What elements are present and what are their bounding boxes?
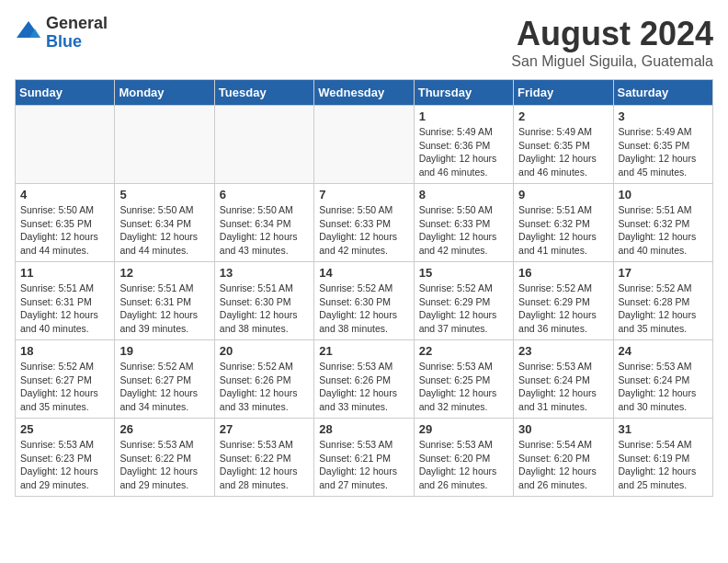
calendar-cell: 31Sunrise: 5:54 AMSunset: 6:19 PMDayligh… — [613, 419, 712, 497]
day-number: 9 — [518, 188, 608, 201]
day-info: Sunrise: 5:51 AMSunset: 6:31 PMDaylight:… — [20, 282, 109, 336]
weekday-header-saturday: Saturday — [613, 80, 712, 106]
day-number: 8 — [419, 188, 508, 201]
day-info: Sunrise: 5:53 AMSunset: 6:20 PMDaylight:… — [419, 438, 508, 492]
day-number: 22 — [419, 344, 508, 358]
calendar-cell: 30Sunrise: 5:54 AMSunset: 6:20 PMDayligh… — [514, 419, 613, 497]
day-number: 19 — [119, 344, 209, 358]
week-row-5: 25Sunrise: 5:53 AMSunset: 6:23 PMDayligh… — [16, 419, 713, 497]
day-number: 31 — [619, 422, 708, 436]
weekday-header-thursday: Thursday — [414, 80, 513, 106]
calendar-cell: 4Sunrise: 5:50 AMSunset: 6:35 PMDaylight… — [16, 184, 115, 262]
day-info: Sunrise: 5:53 AMSunset: 6:24 PMDaylight:… — [518, 360, 608, 414]
location-title: San Miguel Siguila, Guatemala — [511, 53, 713, 70]
day-info: Sunrise: 5:53 AMSunset: 6:22 PMDaylight:… — [119, 438, 209, 492]
day-number: 25 — [20, 422, 109, 436]
calendar-cell: 22Sunrise: 5:53 AMSunset: 6:25 PMDayligh… — [414, 340, 513, 419]
calendar-cell: 25Sunrise: 5:53 AMSunset: 6:23 PMDayligh… — [16, 419, 115, 497]
day-info: Sunrise: 5:53 AMSunset: 6:25 PMDaylight:… — [419, 360, 508, 414]
calendar-cell: 3Sunrise: 5:49 AMSunset: 6:35 PMDaylight… — [613, 106, 712, 184]
day-number: 4 — [20, 188, 109, 201]
calendar-cell: 21Sunrise: 5:53 AMSunset: 6:26 PMDayligh… — [314, 340, 414, 419]
calendar-cell — [214, 106, 313, 184]
day-info: Sunrise: 5:50 AMSunset: 6:35 PMDaylight:… — [20, 203, 109, 258]
day-info: Sunrise: 5:50 AMSunset: 6:34 PMDaylight:… — [220, 203, 309, 258]
calendar-cell: 24Sunrise: 5:53 AMSunset: 6:24 PMDayligh… — [613, 340, 712, 419]
day-info: Sunrise: 5:52 AMSunset: 6:30 PMDaylight:… — [319, 282, 408, 336]
calendar-cell: 14Sunrise: 5:52 AMSunset: 6:30 PMDayligh… — [314, 262, 414, 340]
calendar-cell: 5Sunrise: 5:50 AMSunset: 6:34 PMDaylight… — [115, 184, 214, 262]
calendar-cell: 23Sunrise: 5:53 AMSunset: 6:24 PMDayligh… — [514, 340, 613, 419]
weekday-header-tuesday: Tuesday — [214, 80, 313, 106]
day-info: Sunrise: 5:52 AMSunset: 6:27 PMDaylight:… — [20, 360, 109, 414]
calendar-table: SundayMondayTuesdayWednesdayThursdayFrid… — [15, 79, 713, 497]
day-info: Sunrise: 5:50 AMSunset: 6:33 PMDaylight:… — [319, 203, 408, 258]
calendar-cell: 1Sunrise: 5:49 AMSunset: 6:36 PMDaylight… — [414, 106, 513, 184]
day-info: Sunrise: 5:53 AMSunset: 6:21 PMDaylight:… — [319, 438, 408, 492]
day-info: Sunrise: 5:54 AMSunset: 6:20 PMDaylight:… — [518, 438, 608, 492]
calendar-cell: 17Sunrise: 5:52 AMSunset: 6:28 PMDayligh… — [613, 262, 712, 340]
day-number: 17 — [619, 266, 708, 280]
day-number: 16 — [518, 266, 608, 280]
week-row-1: 1Sunrise: 5:49 AMSunset: 6:36 PMDaylight… — [16, 106, 713, 184]
day-number: 26 — [119, 422, 209, 436]
title-area: August 2024 San Miguel Siguila, Guatemal… — [511, 15, 713, 70]
calendar-cell: 12Sunrise: 5:51 AMSunset: 6:31 PMDayligh… — [115, 262, 214, 340]
day-info: Sunrise: 5:54 AMSunset: 6:19 PMDaylight:… — [619, 438, 708, 492]
day-info: Sunrise: 5:50 AMSunset: 6:34 PMDaylight:… — [119, 203, 209, 258]
calendar-cell: 28Sunrise: 5:53 AMSunset: 6:21 PMDayligh… — [314, 419, 414, 497]
day-info: Sunrise: 5:49 AMSunset: 6:35 PMDaylight:… — [518, 125, 608, 179]
day-info: Sunrise: 5:51 AMSunset: 6:30 PMDaylight:… — [220, 282, 309, 336]
calendar-cell: 18Sunrise: 5:52 AMSunset: 6:27 PMDayligh… — [16, 340, 115, 419]
day-number: 28 — [319, 422, 408, 436]
day-number: 6 — [220, 188, 309, 201]
day-number: 7 — [319, 188, 408, 201]
day-info: Sunrise: 5:49 AMSunset: 6:36 PMDaylight:… — [419, 125, 508, 179]
day-number: 18 — [20, 344, 109, 358]
calendar-cell: 19Sunrise: 5:52 AMSunset: 6:27 PMDayligh… — [115, 340, 214, 419]
day-number: 11 — [20, 266, 109, 280]
day-info: Sunrise: 5:52 AMSunset: 6:29 PMDaylight:… — [518, 282, 608, 336]
day-info: Sunrise: 5:52 AMSunset: 6:29 PMDaylight:… — [419, 282, 508, 336]
weekday-header-monday: Monday — [115, 80, 214, 106]
day-info: Sunrise: 5:53 AMSunset: 6:23 PMDaylight:… — [20, 438, 109, 492]
logo-blue-text: Blue — [46, 33, 108, 52]
calendar-cell: 2Sunrise: 5:49 AMSunset: 6:35 PMDaylight… — [514, 106, 613, 184]
calendar-cell: 13Sunrise: 5:51 AMSunset: 6:30 PMDayligh… — [214, 262, 313, 340]
calendar-cell: 10Sunrise: 5:51 AMSunset: 6:32 PMDayligh… — [613, 184, 712, 262]
calendar-cell: 16Sunrise: 5:52 AMSunset: 6:29 PMDayligh… — [514, 262, 613, 340]
day-number: 13 — [220, 266, 309, 280]
calendar-cell: 7Sunrise: 5:50 AMSunset: 6:33 PMDaylight… — [314, 184, 414, 262]
calendar-cell: 15Sunrise: 5:52 AMSunset: 6:29 PMDayligh… — [414, 262, 513, 340]
weekday-header-wednesday: Wednesday — [314, 80, 414, 106]
weekday-header-sunday: Sunday — [16, 80, 115, 106]
calendar-cell: 6Sunrise: 5:50 AMSunset: 6:34 PMDaylight… — [214, 184, 313, 262]
day-number: 10 — [619, 188, 708, 201]
calendar-cell: 8Sunrise: 5:50 AMSunset: 6:33 PMDaylight… — [414, 184, 513, 262]
day-info: Sunrise: 5:51 AMSunset: 6:32 PMDaylight:… — [518, 203, 608, 258]
day-number: 15 — [419, 266, 508, 280]
logo-icon — [15, 19, 42, 47]
calendar-cell: 9Sunrise: 5:51 AMSunset: 6:32 PMDaylight… — [514, 184, 613, 262]
week-row-2: 4Sunrise: 5:50 AMSunset: 6:35 PMDaylight… — [16, 184, 713, 262]
logo: General Blue — [15, 15, 108, 52]
day-number: 2 — [518, 109, 608, 123]
day-info: Sunrise: 5:49 AMSunset: 6:35 PMDaylight:… — [619, 125, 708, 179]
calendar-cell: 26Sunrise: 5:53 AMSunset: 6:22 PMDayligh… — [115, 419, 214, 497]
week-row-3: 11Sunrise: 5:51 AMSunset: 6:31 PMDayligh… — [16, 262, 713, 340]
weekday-header-row: SundayMondayTuesdayWednesdayThursdayFrid… — [16, 80, 713, 106]
month-title: August 2024 — [511, 15, 713, 53]
day-number: 23 — [518, 344, 608, 358]
day-info: Sunrise: 5:52 AMSunset: 6:26 PMDaylight:… — [220, 360, 309, 414]
day-info: Sunrise: 5:51 AMSunset: 6:32 PMDaylight:… — [619, 203, 708, 258]
day-info: Sunrise: 5:53 AMSunset: 6:22 PMDaylight:… — [220, 438, 309, 492]
calendar-cell: 27Sunrise: 5:53 AMSunset: 6:22 PMDayligh… — [214, 419, 313, 497]
calendar-cell — [314, 106, 414, 184]
day-info: Sunrise: 5:53 AMSunset: 6:24 PMDaylight:… — [619, 360, 708, 414]
day-number: 1 — [419, 109, 508, 123]
weekday-header-friday: Friday — [514, 80, 613, 106]
day-info: Sunrise: 5:50 AMSunset: 6:33 PMDaylight:… — [419, 203, 508, 258]
day-info: Sunrise: 5:52 AMSunset: 6:28 PMDaylight:… — [619, 282, 708, 336]
logo-general-text: General — [46, 15, 108, 33]
day-number: 20 — [220, 344, 309, 358]
